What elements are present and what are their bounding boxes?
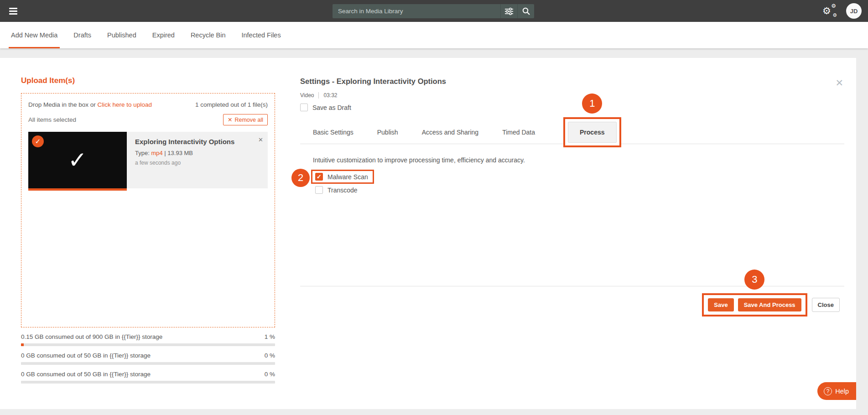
annotation-step-2: 2 bbox=[291, 169, 310, 187]
settings-tabs: Basic Settings Publish Access and Sharin… bbox=[300, 117, 844, 148]
selected-badge-check-icon: ✓ bbox=[32, 135, 44, 147]
malware-scan-label: Malware Scan bbox=[327, 173, 368, 181]
save-button[interactable]: Save bbox=[708, 298, 733, 311]
file-uploaded-ago: a few seconds ago bbox=[135, 160, 254, 166]
storage-progress-fill bbox=[21, 343, 24, 346]
tab-recycle-bin[interactable]: Recycle Bin bbox=[191, 22, 226, 48]
storage-row: 0 GB consumed out of 50 GB in {{Tier}} s… bbox=[21, 371, 275, 384]
upload-progress-bar bbox=[28, 188, 127, 191]
upload-dropzone[interactable]: Drop Media in the box or Click here to u… bbox=[21, 93, 275, 327]
top-bar: ⚙⚙⚙ JD bbox=[0, 0, 868, 22]
hamburger-menu-icon[interactable] bbox=[9, 6, 17, 16]
dropzone-hint: Drop Media in the box or Click here to u… bbox=[28, 101, 152, 108]
help-button[interactable]: ? Help bbox=[817, 382, 856, 400]
storage-percent: 0 % bbox=[265, 371, 275, 378]
file-type-value[interactable]: mp4 bbox=[151, 150, 162, 156]
media-duration: 03:32 bbox=[323, 92, 337, 99]
media-meta: Video 03:32 bbox=[300, 92, 844, 99]
search-box bbox=[333, 4, 534, 18]
storage-percent: 1 % bbox=[265, 333, 275, 340]
settings-footer: 3 Save Save And Process Close bbox=[300, 293, 844, 316]
settings-close-icon[interactable]: ✕ bbox=[835, 78, 843, 88]
tab-infected-files[interactable]: Infected Files bbox=[241, 22, 281, 48]
storage-progress-track bbox=[21, 362, 275, 365]
storage-row: 0 GB consumed out of 50 GB in {{Tier}} s… bbox=[21, 352, 275, 365]
upload-panel-title: Upload Item(s) bbox=[21, 76, 275, 85]
annotation-box-step2: 2 Malware Scan bbox=[311, 170, 374, 184]
file-info: Exploring Interactivity Options Type: mp… bbox=[127, 132, 268, 188]
video-thumbnail[interactable]: ✓ ✓ bbox=[28, 132, 127, 188]
save-as-draft-checkbox[interactable] bbox=[300, 104, 308, 111]
footer-divider bbox=[300, 286, 844, 286]
tab-basic-settings[interactable]: Basic Settings bbox=[313, 129, 353, 136]
uploaded-file-item[interactable]: ✓ ✓ Exploring Interactivity Options Type… bbox=[28, 132, 268, 191]
annotation-step-1: 1 bbox=[582, 93, 602, 114]
search-button[interactable] bbox=[517, 4, 534, 18]
save-and-process-button[interactable]: Save And Process bbox=[738, 298, 801, 311]
tab-add-new-media[interactable]: Add New Media bbox=[11, 22, 57, 48]
settings-panel: ✕ Settings - Exploring Interactivity Opt… bbox=[292, 58, 856, 409]
page-background: Upload Item(s) Drop Media in the box or … bbox=[0, 48, 868, 415]
file-remove-icon[interactable]: ✕ bbox=[258, 136, 263, 143]
content-card: Upload Item(s) Drop Media in the box or … bbox=[0, 58, 856, 409]
storage-row: 0.15 GB consumed out of 900 GB in {{Tier… bbox=[21, 333, 275, 346]
remove-all-label: Remove all bbox=[234, 117, 263, 123]
save-as-draft-row: Save as Draft bbox=[300, 104, 844, 111]
process-description: Intuitive customization to improve proce… bbox=[300, 156, 844, 164]
tab-expired[interactable]: Expired bbox=[152, 22, 175, 48]
transcode-label: Transcode bbox=[327, 187, 358, 194]
media-type: Video bbox=[300, 92, 314, 99]
search-icon bbox=[522, 7, 530, 15]
storage-progress-track bbox=[21, 343, 275, 346]
filter-icon bbox=[505, 8, 513, 15]
malware-scan-checkbox[interactable] bbox=[315, 173, 323, 181]
file-type-label: Type: bbox=[135, 150, 150, 156]
annotation-step-3: 3 bbox=[744, 270, 764, 290]
tab-drafts[interactable]: Drafts bbox=[73, 22, 91, 48]
meta-separator bbox=[318, 92, 319, 99]
tab-published[interactable]: Published bbox=[107, 22, 136, 48]
tab-process[interactable]: Process bbox=[568, 122, 616, 143]
library-nav-tabs: Add New Media Drafts Published Expired R… bbox=[0, 22, 868, 48]
settings-title: Settings - Exploring Interactivity Optio… bbox=[300, 77, 844, 86]
close-button[interactable]: Close bbox=[812, 298, 840, 312]
tab-publish[interactable]: Publish bbox=[377, 129, 398, 136]
dropzone-hint-text: Drop Media in the box or bbox=[28, 101, 96, 108]
help-question-icon: ? bbox=[824, 387, 832, 395]
selection-status: All items selected bbox=[28, 116, 76, 123]
save-as-draft-label: Save as Draft bbox=[312, 104, 351, 111]
upload-panel: Upload Item(s) Drop Media in the box or … bbox=[0, 58, 292, 409]
file-size: | 13.93 MB bbox=[164, 150, 193, 156]
storage-progress-track bbox=[21, 381, 275, 384]
help-label: Help bbox=[835, 388, 849, 395]
transcode-checkbox[interactable] bbox=[315, 186, 323, 194]
file-title: Exploring Interactivity Options bbox=[135, 138, 254, 145]
annotation-box-step3: 3 Save Save And Process bbox=[702, 293, 807, 316]
file-type-size: Type: mp4 | 13.93 MB bbox=[135, 150, 254, 156]
storage-percent: 0 % bbox=[265, 352, 275, 359]
annotation-box-step1: 1 Process bbox=[563, 117, 621, 147]
storage-label: 0.15 GB consumed out of 900 GB in {{Tier… bbox=[21, 333, 162, 340]
admin-settings-icon[interactable]: ⚙⚙⚙ bbox=[823, 5, 837, 17]
tab-timed-data[interactable]: Timed Data bbox=[502, 129, 535, 136]
transcode-row: Transcode bbox=[311, 186, 844, 194]
tab-access-and-sharing[interactable]: Access and Sharing bbox=[422, 129, 479, 136]
search-input[interactable] bbox=[333, 4, 500, 18]
upload-progress-summary: 1 completed out of 1 file(s) bbox=[195, 101, 268, 108]
storage-label: 0 GB consumed out of 50 GB in {{Tier}} s… bbox=[21, 371, 151, 378]
remove-all-button[interactable]: ✕ Remove all bbox=[223, 114, 268, 125]
remove-all-x-icon: ✕ bbox=[228, 116, 232, 123]
filter-button[interactable] bbox=[500, 4, 517, 18]
click-to-upload-link[interactable]: Click here to upload bbox=[98, 101, 152, 108]
storage-label: 0 GB consumed out of 50 GB in {{Tier}} s… bbox=[21, 352, 151, 359]
upload-complete-check-icon: ✓ bbox=[68, 149, 87, 171]
user-avatar[interactable]: JD bbox=[846, 3, 862, 19]
